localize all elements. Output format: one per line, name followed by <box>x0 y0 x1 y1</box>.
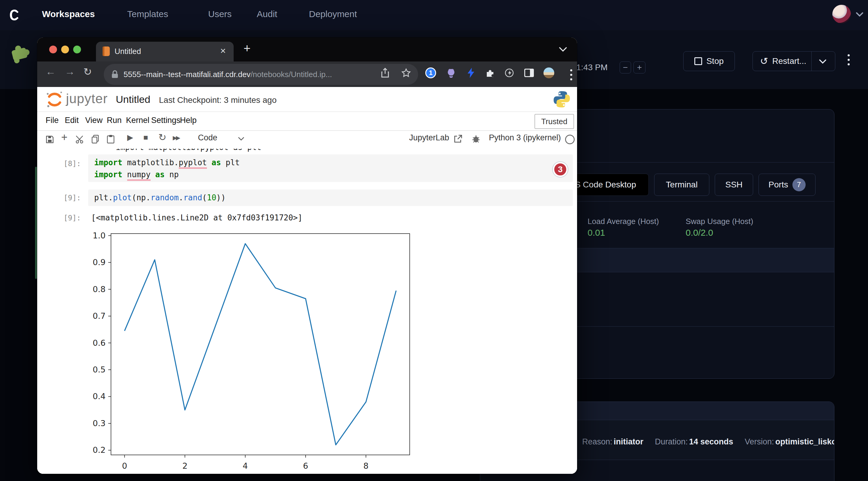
svg-text:6: 6 <box>303 461 308 469</box>
energy-saver-leaf-icon[interactable] <box>503 67 515 79</box>
address-bar[interactable]: 5555--main--test--matifali.atif.cdr.dev/… <box>104 64 418 85</box>
nav-audit[interactable]: Audit <box>257 9 277 19</box>
tab-title: Untitled <box>115 47 141 56</box>
side-panel-icon[interactable] <box>523 67 535 79</box>
clipped-cell[interactable]: import matplotlib.pyplot as plt <box>116 149 386 152</box>
nav-users[interactable]: Users <box>208 9 231 19</box>
window-minimize-button[interactable] <box>61 45 69 53</box>
tab-search-chevron-icon[interactable] <box>558 46 567 53</box>
jupyter-page: jupyter Untitled Last Checkpoint: 3 minu… <box>37 87 577 474</box>
load-average-value: 0.01 <box>588 228 605 238</box>
menu-run[interactable]: Run <box>107 116 122 125</box>
schedule-increase-button[interactable]: + <box>633 62 646 73</box>
user-avatar[interactable] <box>832 5 851 23</box>
window-close-button[interactable] <box>49 45 57 53</box>
bookmark-star-icon[interactable] <box>400 67 412 79</box>
restart-icon: ↺ <box>760 56 768 67</box>
restart-kernel-icon[interactable]: ↻ <box>158 132 166 143</box>
onepassword-extension-icon[interactable]: 1 <box>425 67 437 79</box>
forward-button[interactable]: → <box>65 66 75 77</box>
menu-help[interactable]: Help <box>180 116 197 125</box>
save-icon[interactable] <box>45 135 54 143</box>
run-cell-icon[interactable]: ▶ <box>127 133 133 142</box>
menu-file[interactable]: File <box>45 116 59 125</box>
cell-prompt: [8]: <box>64 160 81 168</box>
window-maximize-button[interactable] <box>73 45 81 53</box>
lock-icon <box>111 70 119 79</box>
stop-button[interactable]: Stop <box>683 51 735 71</box>
notebook-favicon-icon <box>102 46 110 56</box>
code-cell-source[interactable]: import matplotlib.pyplot as pltimport nu… <box>94 157 240 181</box>
version-value: optimistic_liskov9 <box>775 437 834 446</box>
menu-kernel[interactable]: Kernel <box>126 116 149 125</box>
chevron-down-icon[interactable] <box>856 11 864 18</box>
back-button[interactable]: ← <box>45 66 56 77</box>
cell-type-dropdown[interactable]: Code <box>198 133 217 142</box>
svg-text:0.4: 0.4 <box>93 392 105 401</box>
browser-menu-button[interactable] <box>565 69 577 81</box>
top-nav: Workspaces Templates Users Audit Deploym… <box>0 0 868 31</box>
browser-toolbar: ← → ↻ 5555--main--test--matifali.atif.cd… <box>37 62 577 87</box>
restart-options-chevron-icon[interactable] <box>819 59 827 64</box>
notebook-title[interactable]: Untitled <box>116 94 150 105</box>
terminal-button[interactable]: Terminal <box>654 173 709 196</box>
browser-profile-avatar[interactable] <box>543 67 555 79</box>
menu-view[interactable]: View <box>85 116 102 125</box>
svg-text:0.9: 0.9 <box>93 258 105 267</box>
restart-button[interactable]: ↺ Restart... <box>752 51 835 71</box>
reload-button[interactable]: ↻ <box>83 66 92 78</box>
debugger-bug-icon[interactable] <box>471 134 480 143</box>
github-extension-icon[interactable] <box>445 67 457 79</box>
paste-cell-icon[interactable] <box>107 135 115 143</box>
nav-workspaces[interactable]: Workspaces <box>42 9 95 19</box>
trusted-button[interactable]: Trusted <box>534 114 574 129</box>
tab-close-icon[interactable]: × <box>220 45 226 56</box>
output-prompt: [9]: <box>64 214 81 222</box>
new-tab-button[interactable]: + <box>244 42 250 55</box>
nav-templates[interactable]: Templates <box>127 9 168 19</box>
screen: Workspaces Templates Users Audit Deploym… <box>0 0 868 481</box>
share-icon[interactable] <box>379 67 391 79</box>
svg-text:0.2: 0.2 <box>93 445 105 455</box>
jupyter-toolbar: + ▶ ■ ↻ ▶▶ Code JupyterLa <box>37 130 577 149</box>
url-host: 5555--main--test--matifali.atif.cdr.dev <box>124 70 250 79</box>
url-path: /notebooks/Untitled.ip... <box>250 70 332 79</box>
build-meta-row[interactable]: Reason: initiator Duration: 14 seconds V… <box>582 437 834 447</box>
ports-button[interactable]: Ports 7 <box>758 173 815 196</box>
reason-value: initiator <box>614 437 643 446</box>
browser-tabstrip: Untitled × + <box>37 37 577 62</box>
coder-logo-icon[interactable] <box>7 8 22 22</box>
cut-cell-icon[interactable] <box>75 135 85 143</box>
kernel-name[interactable]: Python 3 (ipykernel) <box>489 133 561 142</box>
load-average-label: Load Average (Host) <box>588 217 659 226</box>
open-jupyterlab-link[interactable]: JupyterLab <box>409 133 449 142</box>
svg-text:0.5: 0.5 <box>93 365 105 374</box>
jupyter-menubar: File Edit View Run Kernel Settings Help … <box>37 111 577 131</box>
workspace-menu-button[interactable] <box>847 54 850 65</box>
add-cell-icon[interactable]: + <box>61 131 67 143</box>
duration-value: 14 seconds <box>689 437 733 446</box>
menu-settings[interactable]: Settings <box>151 116 181 125</box>
lightning-extension-icon[interactable] <box>465 67 477 79</box>
extensions-puzzle-icon[interactable] <box>484 67 496 79</box>
browser-tab[interactable]: Untitled × <box>96 42 234 62</box>
svg-text:0.3: 0.3 <box>93 419 105 428</box>
copy-cell-icon[interactable] <box>91 135 100 143</box>
code-cell-source[interactable]: plt.plot(np.random.rand(10)) <box>94 192 225 203</box>
restart-run-all-icon[interactable]: ▶▶ <box>173 134 179 141</box>
browser-window: Untitled × + ← → ↻ 5555--main--test--mat… <box>37 37 577 474</box>
interrupt-kernel-icon[interactable]: ■ <box>143 133 148 142</box>
external-link-icon[interactable] <box>454 134 463 143</box>
cell-type-chevron-icon[interactable] <box>238 136 245 141</box>
notebook-area: import matplotlib.pyplot as plt [8]: imp… <box>37 149 577 474</box>
workspace-time: 11:43 PM <box>572 63 608 72</box>
schedule-decrease-button[interactable]: − <box>620 62 631 73</box>
ssh-button[interactable]: SSH <box>715 173 753 196</box>
collaborator-count-badge: 3 <box>553 162 568 177</box>
workspace-app-puzzle-icon <box>7 42 32 63</box>
svg-text:4: 4 <box>243 461 248 469</box>
svg-text:2: 2 <box>182 461 187 469</box>
menu-edit[interactable]: Edit <box>65 116 79 125</box>
svg-text:0.8: 0.8 <box>93 285 105 294</box>
nav-deployment[interactable]: Deployment <box>309 9 357 19</box>
